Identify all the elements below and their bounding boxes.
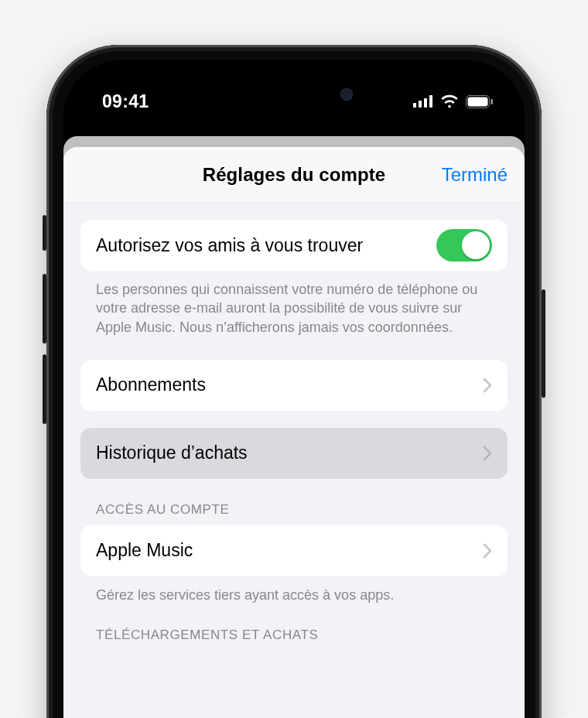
apple-music-row[interactable]: Apple Music: [80, 525, 508, 576]
side-button-silent: [43, 215, 46, 251]
side-button-volume-up: [43, 274, 46, 344]
svg-rect-3: [429, 95, 432, 108]
status-indicators: [413, 94, 494, 108]
allow-friends-label: Autorisez vos amis à vous trouver: [96, 235, 436, 256]
dynamic-island: [221, 76, 367, 113]
allow-friends-row: Autorisez vos amis à vous trouver: [80, 220, 508, 271]
status-time: 09:41: [102, 91, 149, 112]
battery-icon: [466, 95, 494, 108]
chevron-right-icon: [483, 378, 492, 393]
cellular-icon: [413, 95, 433, 108]
modal-body[interactable]: Autorisez vos amis à vous trouver Les pe…: [63, 203, 525, 718]
purchase-history-label: Historique d’achats: [96, 443, 483, 463]
side-button-power: [542, 289, 545, 398]
side-button-volume-down: [43, 354, 46, 424]
svg-rect-5: [468, 97, 488, 106]
svg-rect-6: [491, 99, 494, 104]
wifi-icon: [440, 94, 459, 108]
subscriptions-row[interactable]: Abonnements: [80, 360, 508, 411]
downloads-header: TÉLÉCHARGEMENTS ET ACHATS: [80, 604, 508, 651]
allow-friends-toggle[interactable]: [436, 229, 492, 262]
account-settings-modal: Réglages du compte Terminé Autorisez vos…: [63, 147, 525, 718]
modal-title: Réglages du compte: [203, 164, 386, 186]
account-access-header: ACCÈS AU COMPTE: [80, 479, 508, 525]
chevron-right-icon: [483, 446, 492, 461]
account-access-footnote: Gérez les services tiers ayant accès à v…: [80, 576, 508, 604]
front-camera: [340, 88, 353, 101]
phone-screen: 09:41: [63, 60, 525, 718]
svg-rect-2: [424, 98, 427, 108]
done-button[interactable]: Terminé: [442, 164, 508, 186]
subscriptions-label: Abonnements: [96, 374, 483, 395]
svg-rect-0: [413, 103, 416, 108]
svg-rect-1: [419, 101, 422, 108]
chevron-right-icon: [483, 543, 492, 559]
apple-music-label: Apple Music: [96, 540, 483, 561]
allow-friends-footnote: Les personnes qui connaissent votre numé…: [80, 271, 508, 337]
toggle-knob: [462, 231, 490, 259]
phone-frame: 09:41: [46, 45, 542, 718]
modal-header: Réglages du compte Terminé: [63, 147, 525, 203]
purchase-history-row[interactable]: Historique d’achats: [80, 428, 508, 479]
